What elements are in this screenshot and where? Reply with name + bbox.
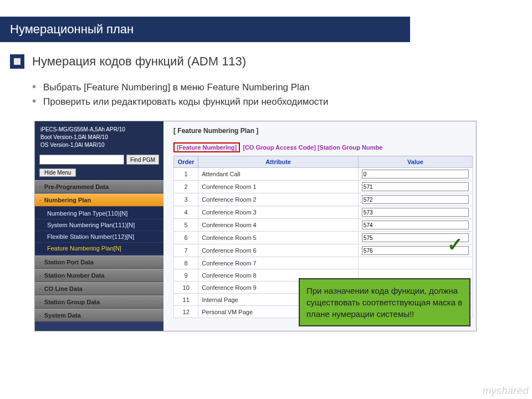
submenu-item[interactable]: Numbering Plan Type(110)[N]: [35, 208, 163, 219]
table-row: 1Attendant Call: [174, 168, 473, 181]
table-row: 7Conference Room 6: [174, 244, 473, 257]
cell-attribute: Conference Room 2: [198, 193, 359, 206]
cell-value: [358, 193, 472, 206]
submenu-item-active[interactable]: Feature Numbering Plan[N]: [35, 243, 163, 254]
cell-order: 1: [174, 168, 198, 181]
cell-attribute: Conference Room 7: [198, 257, 359, 269]
info-line: OS Version-1,0Al MAR/10: [40, 141, 158, 149]
menu-section-preprogrammed[interactable]: ◦ Pre-Programmed Data: [35, 180, 163, 193]
menu-label: Station Number Data: [44, 272, 105, 279]
table-row: 5Conference Room 4: [174, 219, 473, 232]
table-row: 6Conference Room 5: [174, 232, 473, 244]
checkmark-icon: ✓: [447, 233, 463, 255]
find-pgm-input[interactable]: [39, 155, 124, 165]
sidebar-info: iPECS-MG/GS56M-A,5Ah APR/10 Boot Version…: [35, 121, 163, 152]
instruction-item: Проверить или редактировать коды функций…: [43, 96, 532, 108]
submenu-numbering-plan: Numbering Plan Type(110)[N] System Numbe…: [35, 207, 163, 255]
hide-menu-row: Hide Menu: [35, 167, 163, 180]
chevron-icon: ◦: [39, 287, 41, 291]
value-input[interactable]: [362, 221, 469, 229]
instruction-list: Выбрать [Feature Numbering] в меню Featu…: [43, 82, 532, 108]
cell-order: 4: [174, 206, 198, 219]
page-title-bar: Нумерационный план: [0, 17, 410, 42]
watermark: myshared: [483, 385, 529, 397]
value-input[interactable]: [362, 208, 469, 217]
menu-label: Station Group Data: [44, 299, 100, 305]
value-input[interactable]: [362, 170, 469, 178]
chevron-icon: ◦: [39, 260, 41, 265]
submenu-item[interactable]: Flexible Station Number(112)[N]: [35, 231, 163, 243]
cell-order: 11: [174, 294, 198, 306]
menu-label: System Data: [44, 312, 81, 319]
hide-menu-button[interactable]: Hide Menu: [39, 168, 76, 177]
submenu-item[interactable]: System Numbering Plan(111)[N]: [35, 219, 163, 231]
chevron-icon: ◦: [39, 313, 41, 318]
menu-section-numbering-plan[interactable]: ◦ Numbering Plan: [35, 193, 163, 207]
content-panel-title: [ Feature Numbering Plan ]: [168, 125, 476, 137]
cell-order: 5: [174, 219, 198, 232]
content-panel: [ Feature Numbering Plan ] [Feature Numb…: [163, 121, 476, 331]
menu-section-co-line[interactable]: ◦ CO Line Data: [35, 282, 163, 295]
chevron-icon: ◦: [39, 185, 41, 190]
menu-section-station-port[interactable]: ◦ Station Port Data: [35, 255, 163, 269]
cell-order: 6: [174, 232, 198, 244]
page-subtitle: Нумерация кодов функций (ADM 113): [32, 54, 246, 69]
value-input[interactable]: [362, 195, 469, 204]
col-order: Order: [174, 156, 198, 168]
sidebar: iPECS-MG/GS56M-A,5Ah APR/10 Boot Version…: [35, 121, 163, 331]
cell-attribute: Conference Room 4: [198, 219, 359, 232]
subtitle-row: Нумерация кодов функций (ADM 113): [10, 54, 532, 69]
menu-section-station-number[interactable]: ◦ Station Number Data: [35, 269, 163, 282]
cell-order: 3: [174, 193, 198, 206]
cell-value: [358, 181, 472, 193]
cell-order: 9: [174, 269, 198, 282]
cell-order: 12: [174, 306, 198, 318]
instruction-item: Выбрать [Feature Numbering] в меню Featu…: [43, 82, 532, 93]
tab-feature-numbering[interactable]: [Feature Numbering]: [173, 142, 240, 152]
menu-label: CO Line Data: [44, 285, 83, 292]
square-bullet-icon: [10, 54, 24, 69]
callout-text: При назначении кода функции, должна суще…: [306, 286, 462, 319]
tab-row: [Feature Numbering] [CO Group Access Cod…: [173, 142, 470, 152]
table-row: 2Conference Room 1: [174, 181, 473, 193]
col-attribute: Attribute: [198, 156, 359, 168]
cell-value: [358, 168, 472, 181]
menu-label: Pre-Programmed Data: [44, 183, 109, 190]
cell-attribute: Conference Room 6: [198, 244, 359, 257]
sidebar-search-row: Find PGM: [35, 152, 163, 167]
page-title: Нумерационный план: [10, 22, 134, 36]
app-screenshot: iPECS-MG/GS56M-A,5Ah APR/10 Boot Version…: [34, 121, 477, 331]
col-value: Value: [358, 156, 472, 168]
find-pgm-button[interactable]: Find PGM: [126, 155, 159, 165]
info-line: Boot Version-1,0Al MAR/10: [40, 134, 158, 141]
table-row: 8Conference Room 7: [174, 257, 473, 269]
cell-attribute: Attendant Call: [198, 168, 359, 181]
cell-value: [358, 206, 472, 219]
cell-order: 7: [174, 244, 198, 257]
chevron-icon: ◦: [39, 198, 41, 203]
callout-box: При назначении кода функции, должна суще…: [299, 278, 470, 326]
cell-order: 8: [174, 257, 198, 269]
chevron-icon: ◦: [39, 300, 41, 305]
cell-attribute: Conference Room 1: [198, 181, 359, 193]
cell-value: [358, 219, 472, 232]
table-row: 3Conference Room 2: [174, 193, 473, 206]
cell-attribute: Conference Room 3: [198, 206, 359, 219]
cell-value: [358, 257, 472, 269]
menu-section-station-group[interactable]: ◦ Station Group Data: [35, 295, 163, 309]
cell-attribute: Conference Room 5: [198, 232, 359, 244]
chevron-icon: ◦: [39, 273, 41, 278]
table-row: 4Conference Room 3: [174, 206, 473, 219]
tab-rest[interactable]: [CO Group Access Code] [Station Group Nu…: [243, 144, 382, 151]
menu-label: Numbering Plan: [44, 197, 91, 203]
square-bullet-inner: [14, 58, 21, 65]
cell-order: 2: [174, 181, 198, 193]
menu-label: Station Port Data: [44, 259, 94, 265]
info-line: iPECS-MG/GS56M-A,5Ah APR/10: [40, 126, 158, 134]
value-input[interactable]: [362, 182, 469, 191]
cell-order: 10: [174, 282, 198, 294]
menu-section-system-data[interactable]: ◦ System Data: [35, 309, 163, 322]
